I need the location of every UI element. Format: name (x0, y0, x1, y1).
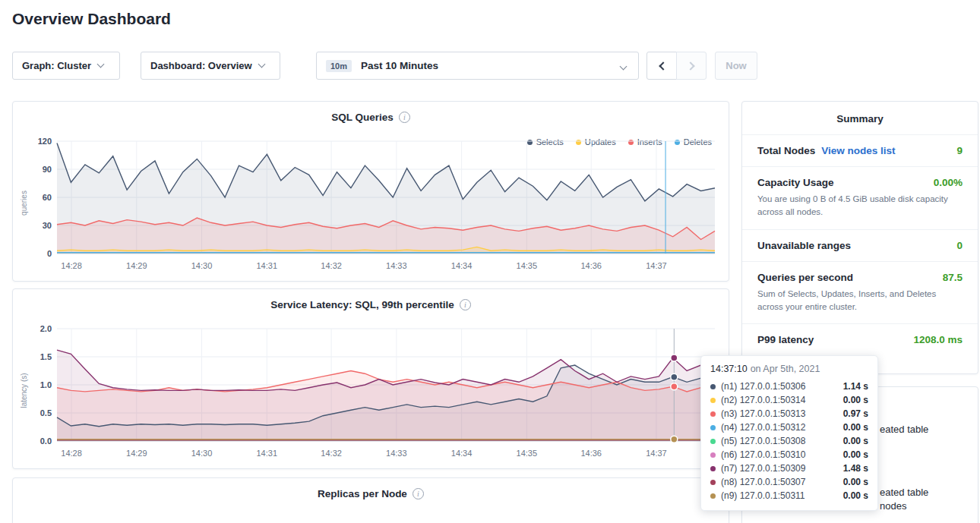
node-latency-value: 0.00 s (843, 449, 868, 460)
svg-text:1.5: 1.5 (40, 352, 52, 361)
now-button[interactable]: Now (715, 52, 757, 80)
svg-text:14:35: 14:35 (517, 449, 538, 458)
svg-text:14:33: 14:33 (386, 449, 407, 458)
now-button-label: Now (726, 60, 746, 71)
svg-text:14:37: 14:37 (646, 261, 667, 270)
node-color-dot-icon (710, 452, 716, 458)
event-text-fragment: nodes (880, 500, 906, 512)
tooltip-node-row: (n6) 127.0.0.1:503100.00 s (710, 448, 868, 462)
time-range-selector[interactable]: 10m Past 10 Minutes (316, 52, 639, 80)
replicas-per-node-panel: Replicas per Node i (12, 477, 729, 523)
node-color-dot-icon (710, 411, 716, 417)
svg-text:14:28: 14:28 (61, 261, 82, 270)
node-latency-value: 0.00 s (843, 490, 868, 501)
node-latency-value: 1.14 s (843, 381, 868, 392)
time-range-badge: 10m (326, 60, 352, 72)
svg-text:14:33: 14:33 (386, 261, 407, 270)
node-address: (n9) 127.0.0.1:50311 (721, 490, 805, 501)
summary-row-total-nodes: Total Nodes View nodes list 9 (742, 134, 978, 166)
sql-queries-panel: SQL Queries i SelectsUpdatesInsertsDelet… (12, 101, 729, 282)
svg-text:14:32: 14:32 (321, 261, 342, 270)
qps-desc: Sum of Selects, Updates, Inserts, and De… (757, 288, 963, 314)
summary-row-unavailable: Unavailable ranges 0 (742, 229, 978, 261)
tooltip-node-row: (n5) 127.0.0.1:503080.00 s (710, 434, 868, 448)
svg-text:14:28: 14:28 (61, 449, 82, 458)
service-latency-title: Service Latency: SQL, 99th percentile (270, 299, 454, 310)
svg-text:14:30: 14:30 (191, 449, 213, 458)
svg-text:2.0: 2.0 (40, 324, 52, 333)
summary-row-qps: Queries per second 87.5 Sum of Selects, … (742, 261, 978, 324)
qps-value: 87.5 (943, 272, 963, 283)
summary-title: Summary (742, 102, 978, 134)
node-address: (n1) 127.0.0.1:50306 (721, 381, 805, 392)
page-title: Overview Dashboard (12, 10, 171, 28)
event-text-fragment: eated table (880, 487, 928, 498)
node-latency-value: 0.00 s (843, 436, 868, 446)
svg-text:30: 30 (43, 221, 52, 230)
service-latency-panel: Service Latency: SQL, 99th percentile i … (12, 288, 729, 469)
node-address: (n8) 127.0.0.1:50307 (721, 477, 805, 487)
total-nodes-label: Total Nodes (757, 145, 815, 156)
node-latency-value: 0.00 s (843, 422, 868, 433)
node-address: (n4) 127.0.0.1:50312 (721, 422, 805, 433)
service-latency-chart[interactable]: 0.00.51.01.52.014:2814:2914:3014:3114:32… (22, 320, 724, 461)
tooltip-node-row: (n4) 127.0.0.1:503120.00 s (710, 421, 868, 434)
total-nodes-value: 9 (956, 145, 963, 156)
node-color-dot-icon (710, 384, 716, 389)
svg-text:90: 90 (43, 165, 52, 174)
time-range-label: Past 10 Minutes (361, 60, 438, 71)
node-color-dot-icon (710, 439, 716, 444)
p99-latency-value: 1208.0 ms (913, 334, 963, 345)
svg-text:14:34: 14:34 (451, 261, 473, 270)
node-color-dot-icon (710, 480, 716, 485)
svg-text:14:32: 14:32 (321, 449, 342, 458)
unavailable-ranges-label: Unavailable ranges (757, 240, 851, 251)
node-color-dot-icon (710, 466, 716, 471)
info-icon[interactable]: i (413, 488, 424, 499)
tooltip-time: 14:37:10 (710, 364, 748, 374)
svg-text:14:35: 14:35 (517, 261, 538, 270)
graph-dropdown-label: Graph: Cluster (22, 60, 91, 71)
svg-text:14:29: 14:29 (126, 261, 147, 270)
node-address: (n7) 127.0.0.1:50309 (721, 463, 805, 474)
summary-panel: Summary Total Nodes View nodes list 9 Ca… (741, 101, 978, 374)
chevron-down-icon (258, 61, 265, 68)
graph-dropdown[interactable]: Graph: Cluster (12, 52, 120, 80)
svg-text:14:30: 14:30 (191, 261, 213, 270)
event-text-fragment: eated table (880, 424, 928, 435)
svg-text:120: 120 (38, 137, 52, 146)
info-icon[interactable]: i (460, 299, 471, 310)
svg-text:60: 60 (43, 193, 52, 202)
chevron-right-icon (686, 61, 694, 70)
node-color-dot-icon (710, 425, 716, 430)
tooltip-node-row: (n3) 127.0.0.1:503130.97 s (710, 407, 868, 421)
node-latency-value: 0.97 s (843, 408, 868, 419)
svg-text:0: 0 (47, 249, 52, 258)
node-latency-value: 1.48 s (843, 463, 868, 474)
summary-row-p99: P99 latency 1208.0 ms (742, 323, 978, 355)
view-nodes-list-link[interactable]: View nodes list (821, 145, 895, 156)
svg-text:0.0: 0.0 (40, 436, 52, 446)
node-address: (n2) 127.0.0.1:50314 (721, 395, 805, 405)
chart-hover-tooltip: 14:37:10on Apr 5th, 2021 (n1) 127.0.0.1:… (700, 355, 878, 511)
info-icon[interactable]: i (399, 112, 410, 123)
tooltip-date: on Apr 5th, 2021 (751, 364, 820, 374)
dashboard-dropdown-label: Dashboard: Overview (150, 60, 252, 71)
sql-queries-chart[interactable]: 030609012014:2814:2914:3014:3114:3214:33… (22, 132, 724, 273)
svg-text:14:31: 14:31 (256, 449, 277, 458)
tooltip-timestamp: 14:37:10on Apr 5th, 2021 (710, 364, 868, 374)
time-prev-button[interactable] (646, 52, 677, 80)
time-next-button[interactable] (676, 52, 707, 80)
svg-text:14:34: 14:34 (451, 449, 473, 458)
svg-text:0.5: 0.5 (40, 408, 52, 417)
tooltip-node-row: (n1) 127.0.0.1:503061.14 s (710, 380, 868, 393)
svg-text:14:31: 14:31 (256, 261, 277, 270)
node-address: (n5) 127.0.0.1:50308 (721, 436, 805, 446)
dashboard-dropdown[interactable]: Dashboard: Overview (141, 52, 280, 80)
overview-dashboard-page: Overview Dashboard Graph: Cluster Dashbo… (0, 0, 980, 523)
tooltip-node-row: (n8) 127.0.0.1:503070.00 s (710, 475, 868, 489)
summary-row-capacity: Capacity Usage 0.00% You are using 0 B o… (742, 166, 978, 229)
capacity-desc: You are using 0 B of 4.5 GiB usable disk… (757, 193, 963, 219)
chevron-left-icon (659, 61, 667, 70)
capacity-label: Capacity Usage (757, 177, 834, 188)
